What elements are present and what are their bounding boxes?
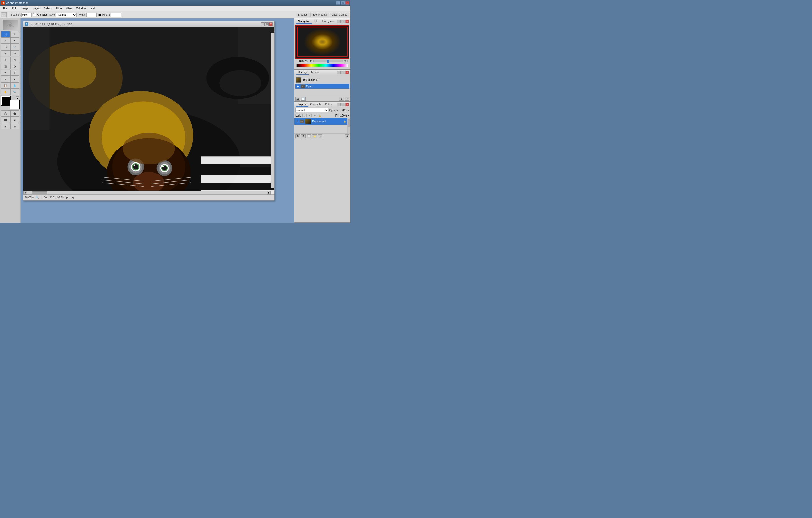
menu-window[interactable]: Window: [75, 6, 88, 10]
doc-minimize-btn[interactable]: —: [261, 22, 264, 26]
layer-comps-button[interactable]: Layer Comps: [330, 12, 349, 17]
panel-menu-btn[interactable]: ≡: [345, 97, 349, 101]
shrink-icon[interactable]: ⊟: [344, 59, 346, 62]
opacity-arrow[interactable]: ▶: [348, 109, 349, 111]
history-close-btn[interactable]: ✕: [345, 71, 349, 74]
layers-scrollbar[interactable]: [347, 118, 350, 134]
new-group-btn[interactable]: 📁: [312, 134, 317, 138]
history-maximize-btn[interactable]: □: [341, 71, 345, 74]
layers-maximize-btn[interactable]: □: [341, 103, 345, 106]
maximize-button[interactable]: □: [341, 1, 345, 5]
lock-position-btn[interactable]: ✛: [313, 114, 317, 117]
scroll-left-arrow[interactable]: ◀: [23, 191, 27, 195]
rectangular-marquee-tool[interactable]: ⬚: [1, 31, 10, 37]
path-selection-tool[interactable]: ↖: [1, 76, 10, 82]
minimize-button[interactable]: —: [336, 1, 340, 5]
lock-pixels-btn[interactable]: ✏: [308, 114, 312, 117]
scroll-right-arrow[interactable]: ▶: [267, 191, 271, 195]
tool-presets-button[interactable]: Tool Presets: [311, 12, 329, 17]
zoom-icon[interactable]: 🔍: [36, 196, 39, 199]
marquee-tool-icon[interactable]: ⬚: [1, 12, 7, 18]
swap-colors-icon[interactable]: ⇄: [16, 96, 20, 100]
navigator-minimize-btn[interactable]: —: [337, 20, 341, 23]
fill-arrow[interactable]: ▶: [348, 114, 349, 117]
layers-scrollbar-thumb[interactable]: [348, 119, 350, 127]
screen-mode-btn1[interactable]: ⬛: [1, 117, 10, 123]
menu-filter[interactable]: Filter: [54, 6, 64, 10]
menu-help[interactable]: Help: [88, 6, 98, 10]
quickmask-mode-btn[interactable]: ⬤: [10, 110, 19, 116]
menu-view[interactable]: View: [64, 6, 75, 10]
delete-layer-btn[interactable]: 🗑: [345, 134, 349, 138]
clone-stamp-tool[interactable]: ⊛: [1, 57, 10, 63]
add-style-btn[interactable]: f: [301, 134, 306, 138]
extra-tool2[interactable]: ⊟: [10, 123, 19, 129]
histogram-tab[interactable]: Histogram: [320, 19, 336, 24]
actions-tab[interactable]: Actions: [309, 70, 321, 75]
history-open-item[interactable]: ▶ ▪ Open: [295, 84, 349, 88]
feather-input[interactable]: [21, 12, 32, 17]
navigator-close-btn[interactable]: ✕: [345, 20, 349, 23]
create-snapshot-btn[interactable]: 📷: [295, 97, 300, 101]
antialias-checkbox[interactable]: [33, 13, 36, 17]
move-tool[interactable]: ✛: [10, 31, 19, 37]
doc-maximize-btn[interactable]: □: [265, 22, 269, 26]
history-tab[interactable]: History: [296, 70, 309, 75]
info-tab[interactable]: Info: [312, 19, 320, 24]
gradient-tool[interactable]: ▦: [1, 63, 10, 69]
scroll-thumb[interactable]: [32, 191, 48, 194]
type-tool[interactable]: T: [10, 70, 19, 76]
notes-tool[interactable]: 📋: [1, 82, 10, 88]
channels-tab[interactable]: Channels: [308, 103, 323, 107]
navigator-maximize-btn[interactable]: □: [341, 20, 345, 23]
document-vertical-scrollbar[interactable]: [271, 33, 274, 188]
lock-all-btn[interactable]: 🔒: [318, 114, 322, 117]
layer-blend-mode[interactable]: Normal Multiply Screen: [295, 108, 328, 112]
zoom-out-icon[interactable]: −: [296, 59, 298, 62]
eyedropper-tool[interactable]: 🔭: [10, 44, 19, 50]
layer-visibility-eye[interactable]: 👁: [295, 119, 299, 123]
add-mask-btn[interactable]: ⬜: [307, 134, 311, 138]
foreground-color[interactable]: [1, 96, 10, 106]
menu-select[interactable]: Select: [42, 6, 54, 10]
paths-tab[interactable]: Paths: [323, 103, 334, 107]
width-input[interactable]: [86, 12, 97, 17]
height-input[interactable]: [111, 12, 121, 17]
menu-file[interactable]: File: [1, 6, 10, 10]
menu-edit[interactable]: Edit: [10, 6, 19, 10]
navigator-tab[interactable]: Navigator: [296, 19, 312, 24]
doc-close-btn[interactable]: ✕: [269, 22, 273, 26]
create-document-btn[interactable]: 📄: [301, 97, 306, 101]
brushes-button[interactable]: Brushes: [296, 12, 310, 17]
lasso-tool[interactable]: ⌓: [1, 37, 10, 44]
extra-tool1[interactable]: ⊞: [1, 123, 10, 129]
eraser-tool[interactable]: ◻: [10, 57, 19, 63]
layer-background[interactable]: 👁 ⛓ Background 🔒: [294, 118, 347, 125]
swap-icon[interactable]: ⇄: [98, 13, 101, 17]
menu-image[interactable]: Image: [19, 6, 31, 10]
layers-minimize-btn[interactable]: —: [337, 103, 341, 106]
expand-icon[interactable]: ⊞: [310, 59, 312, 62]
style-select[interactable]: Normal Fixed Ratio Fixed Size: [56, 12, 77, 17]
zoom-slider[interactable]: [313, 60, 343, 62]
shape-tool[interactable]: ■: [10, 76, 19, 82]
zoom-in-icon[interactable]: +: [347, 59, 348, 62]
pen-tool[interactable]: ✒: [1, 70, 10, 76]
lock-transparency-btn[interactable]: ⬚: [302, 114, 307, 117]
document-horizontal-scrollbar[interactable]: ◀ ▶: [23, 191, 271, 194]
menu-layer[interactable]: Layer: [31, 6, 42, 10]
crop-tool[interactable]: ⛶: [1, 44, 10, 50]
link-layers-btn[interactable]: ⛓: [295, 134, 300, 138]
screen-mode-btn2[interactable]: ▣: [10, 117, 19, 123]
eyedropper2-tool[interactable]: 💧: [10, 82, 19, 88]
brush-tool[interactable]: ✏: [10, 50, 19, 56]
magic-wand-tool[interactable]: ✦: [10, 37, 19, 44]
layers-close-btn[interactable]: ✕: [345, 103, 349, 106]
zoom-tool[interactable]: 🔍: [10, 89, 19, 95]
delete-history-btn[interactable]: 🗑: [339, 97, 344, 101]
close-button[interactable]: ✕: [345, 1, 349, 5]
standard-mode-btn[interactable]: ◯: [1, 110, 10, 116]
spot-healing-tool[interactable]: ⊕: [1, 50, 10, 56]
hand-tool[interactable]: ✋: [1, 89, 10, 95]
history-minimize-btn[interactable]: —: [337, 71, 341, 74]
